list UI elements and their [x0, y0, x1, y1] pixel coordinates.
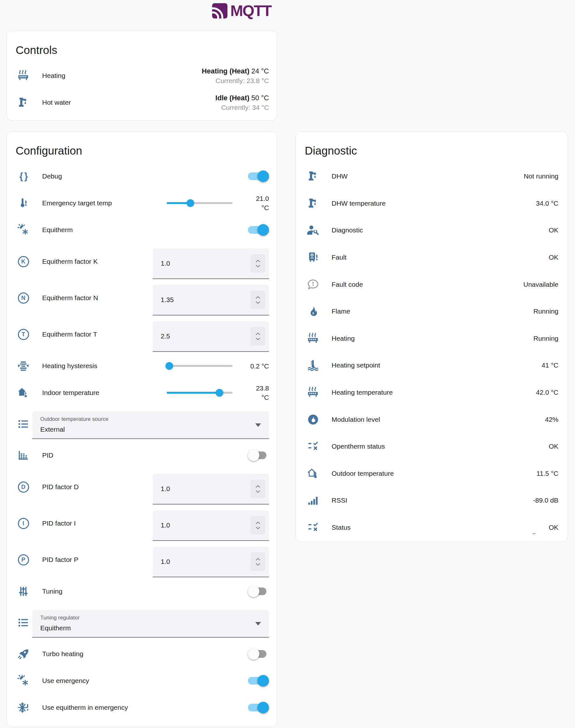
setting-label: Equitherm factor N [42, 294, 153, 302]
stepper-down-icon[interactable] [256, 563, 260, 566]
alpha-k-circle-icon: K [17, 255, 30, 268]
state-mode: Heating (Heat) [202, 67, 249, 75]
config-row-equitherm-factor-k: KEquitherm factor K1.0 [7, 243, 277, 280]
sensor-label: Heating [332, 335, 534, 342]
equitherm-factor-t-input[interactable]: 2.5 [153, 321, 269, 352]
use-emergency-toggle[interactable] [248, 675, 269, 687]
stepper-up-icon[interactable] [256, 558, 260, 561]
diagnostic-row-flame[interactable]: FlameRunning [296, 298, 568, 325]
setting-label: Indoor temperature [42, 389, 167, 397]
diagnostic-row-outdoor-temperature[interactable]: Outdoor temperature11.5 °C [296, 460, 568, 487]
stepper-down-icon[interactable] [256, 265, 260, 267]
diagnostic-row-dhw-temperature[interactable]: DHW temperature34.0 °C [296, 190, 568, 217]
diagnostic-row-opentherm-status[interactable]: Opentherm statusOK [296, 433, 568, 460]
fire-icon [307, 305, 319, 318]
stepper-up-icon[interactable] [256, 485, 260, 488]
diagnostic-row-heating-setpoint[interactable]: Heating setpoint41 °C [296, 352, 568, 379]
number-value[interactable]: 1.0 [161, 510, 170, 540]
diagnostic-row-heating[interactable]: HeatingRunning [296, 325, 568, 352]
diagnostic-row-status[interactable]: StatusOK [296, 514, 568, 541]
number-value[interactable]: 1.0 [161, 474, 170, 504]
stepper-up-icon[interactable] [256, 260, 260, 262]
water-boiler-alert-icon [307, 251, 319, 264]
diagnostic-row-modulation-level[interactable]: Modulation level42% [296, 406, 568, 433]
debug-toggle[interactable] [248, 170, 269, 182]
sun-snowflake-icon [17, 223, 30, 236]
sun-snowflake-icon [17, 675, 30, 687]
sensor-value: Not running [523, 173, 559, 180]
number-value[interactable]: 1.35 [161, 285, 174, 315]
slider-knob[interactable] [187, 199, 194, 207]
number-value[interactable]: 1.0 [161, 547, 170, 577]
turbo-heating-toggle[interactable] [248, 648, 269, 660]
stepper-down-icon[interactable] [256, 526, 260, 530]
number-value[interactable]: 2.5 [161, 321, 170, 351]
config-row-tuning: Tuning [7, 578, 277, 605]
stepper-down-icon[interactable] [256, 490, 260, 493]
stepper-up-icon[interactable] [256, 332, 260, 335]
slider-knob[interactable] [166, 362, 173, 370]
config-row-pid-factor-p: PPID factor P1.0 [7, 542, 277, 578]
setting-label: Use equitherm in emergency [42, 704, 248, 712]
pid-factor-d-input[interactable]: 1.0 [153, 474, 269, 505]
equitherm-factor-k-input[interactable]: 1.0 [153, 248, 269, 279]
sensor-label: Outdoor temperature [332, 470, 536, 477]
tuning-regulator-select[interactable]: Tuning regulatorEquitherm [32, 610, 269, 638]
config-row-equitherm: Equitherm [7, 217, 277, 243]
controls-row-hot-water[interactable]: Hot waterIdle (Heat)50 °CCurrently: 34 °… [7, 89, 277, 116]
sensor-label: Diagnostic [332, 226, 549, 234]
list-bulleted-icon [17, 616, 30, 629]
pid-factor-p-input[interactable]: 1.0 [153, 547, 269, 577]
heating-hysteresis-slider[interactable] [167, 362, 233, 370]
config-row-use-equitherm-in-emergency: Use equitherm in emergency [7, 694, 277, 721]
indoor-temperature-slider[interactable] [167, 389, 233, 397]
snowflake-alert-icon [17, 701, 30, 714]
equitherm-factor-n-input[interactable]: 1.35 [153, 285, 269, 316]
mqtt-logo-icon [212, 3, 228, 19]
tuning-toggle[interactable] [248, 585, 269, 597]
list-bulleted-icon [17, 417, 30, 430]
diagnostic-row-diagnostic[interactable]: DiagnosticOK [296, 217, 568, 244]
select-floating-label: Tuning regulator [40, 615, 79, 621]
alpha-t-circle-icon: T [17, 328, 30, 341]
stepper-down-icon[interactable] [256, 337, 260, 340]
setting-label: Equitherm [42, 226, 248, 234]
state-primary: Heating (Heat)24 °C [202, 66, 269, 76]
diagnostic-row-heating-temperature[interactable]: Heating temperature42.0 °C [296, 379, 568, 406]
climate-state[interactable]: Heating (Heat)24 °CCurrently: 23.8 °C [202, 66, 269, 85]
stepper-buttons[interactable] [250, 291, 265, 309]
stepper-up-icon[interactable] [256, 521, 260, 524]
stepper-buttons[interactable] [250, 552, 265, 571]
pid-toggle[interactable] [248, 449, 269, 461]
thermometer-water-icon [307, 359, 319, 372]
controls-row-heating[interactable]: HeatingHeating (Heat)24 °CCurrently: 23.… [7, 62, 277, 89]
setting-label: PID factor I [42, 519, 153, 527]
diagnostic-row-rssi[interactable]: RSSI-89.0 dB [296, 487, 568, 514]
slider-knob[interactable] [215, 389, 223, 397]
climate-state[interactable]: Idle (Heat)50 °CCurrently: 34 °C [215, 93, 269, 112]
diagnostic-row-fault[interactable]: FaultOK [296, 244, 568, 271]
select-value: Equitherm [40, 624, 71, 632]
diagnostic-row-dhw[interactable]: DHWNot running [296, 163, 568, 190]
config-row-emergency-target-temp: Emergency target temp21.0 °C [7, 190, 277, 217]
config-row-pid-factor-i: IPID factor I1.0 [7, 505, 277, 542]
diagnostic-card-title: Diagnostic [296, 132, 568, 160]
outdoor-temperature-source-select[interactable]: Outdoor temperature sourceExternal [32, 411, 269, 439]
use-equitherm-in-emergency-toggle[interactable] [248, 701, 269, 714]
stepper-buttons[interactable] [250, 327, 265, 345]
stepper-buttons[interactable] [250, 516, 265, 535]
water-pump-icon [307, 170, 319, 183]
dropdown-arrow-icon [255, 622, 261, 625]
diagnostic-row-fault-code[interactable]: Fault codeUnavailable [296, 271, 568, 298]
pid-factor-i-input[interactable]: 1.0 [153, 510, 269, 541]
number-value[interactable]: 1.0 [161, 248, 170, 279]
equitherm-toggle[interactable] [248, 224, 269, 236]
sensor-label: Heating setpoint [332, 361, 541, 369]
stepper-up-icon[interactable] [256, 296, 260, 299]
stepper-buttons[interactable] [250, 480, 265, 498]
emergency-target-temp-slider[interactable] [167, 199, 233, 207]
toggle-thumb [258, 171, 269, 182]
tune-vertical-icon [17, 585, 30, 598]
stepper-down-icon[interactable] [256, 301, 260, 304]
stepper-buttons[interactable] [250, 254, 265, 273]
